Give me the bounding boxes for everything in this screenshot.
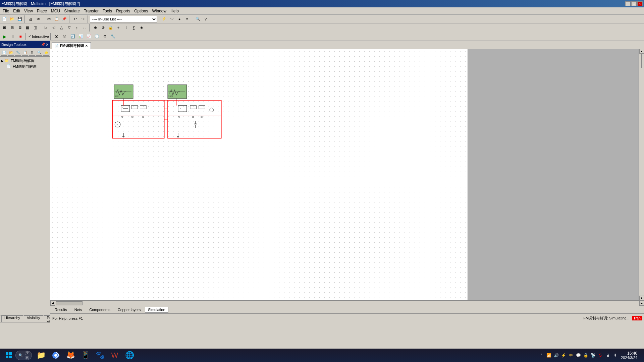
tray-antivirus[interactable]: S — [597, 352, 603, 358]
tb-icon7[interactable]: ⭐ — [43, 49, 49, 56]
sim8-btn[interactable]: 🔧 — [109, 33, 117, 40]
component-btn[interactable]: ⚡ — [160, 15, 168, 23]
stop-btn[interactable]: ■ — [17, 33, 24, 40]
menu-file[interactable]: File — [1, 8, 11, 14]
maximize-button[interactable]: □ — [631, 1, 637, 6]
scroll-hthumb[interactable] — [56, 301, 83, 305]
start-button[interactable] — [2, 350, 15, 361]
menu-place[interactable]: Place — [35, 8, 49, 14]
open-btn[interactable]: 📂 — [8, 15, 16, 23]
menu-reports[interactable]: Reports — [114, 8, 132, 14]
tray-network[interactable]: 📶 — [546, 352, 552, 358]
tab-close-btn[interactable]: ✕ — [85, 44, 88, 48]
scroll-left-btn[interactable]: ◀ — [50, 301, 55, 306]
taskbar-app1[interactable]: 🦊 — [64, 349, 77, 361]
tray-app5[interactable]: ⬇ — [612, 352, 618, 358]
schematic-canvas[interactable]: ~ XSC1 ~ XSC2 — [50, 49, 468, 300]
print-btn[interactable]: 🖨 — [27, 15, 34, 23]
copy-btn[interactable]: 📋 — [53, 15, 60, 23]
taskbar-chrome[interactable] — [49, 349, 62, 361]
t11-btn[interactable]: ⋮ — [122, 24, 130, 32]
taskbar-app5[interactable]: 🌐 — [123, 349, 136, 361]
grid3-btn[interactable]: ⊠ — [16, 24, 23, 32]
tb-icon1[interactable]: 📄 — [1, 49, 7, 56]
tray-chevron[interactable]: ^ — [538, 352, 544, 358]
t2-btn[interactable]: ◁ — [50, 24, 57, 32]
save-btn[interactable]: 💾 — [16, 15, 23, 23]
menu-view[interactable]: View — [22, 8, 35, 14]
menu-tools[interactable]: Tools — [101, 8, 114, 14]
t4-btn[interactable]: ▽ — [65, 24, 73, 32]
t10-btn[interactable]: ⌖ — [115, 24, 122, 32]
scroll-vthumb[interactable] — [641, 54, 642, 68]
hscrollbar[interactable]: ◀ ▶ — [50, 300, 644, 306]
taskbar-app3[interactable]: 🐾 — [93, 349, 107, 361]
results-tab-nets[interactable]: Nets — [71, 307, 85, 313]
tray-input-method[interactable]: 中 — [568, 352, 574, 358]
t6-btn[interactable]: ↔ — [81, 24, 88, 32]
tb-icon2[interactable]: 📂 — [8, 49, 14, 56]
menu-help[interactable]: Help — [168, 8, 181, 14]
results-tab-components[interactable]: Components — [86, 307, 113, 313]
sim5-btn[interactable]: 📈 — [85, 33, 93, 40]
t5-btn[interactable]: ↕ — [73, 24, 80, 32]
wire-btn[interactable]: 〰 — [168, 15, 175, 23]
tray-app3[interactable]: 📡 — [590, 352, 596, 358]
scroll-up-btn[interactable]: ▲ — [639, 49, 644, 54]
toolbox-close-btn[interactable]: ✕ — [46, 43, 49, 47]
grid5-btn[interactable]: ◫ — [32, 24, 39, 32]
bus-btn[interactable]: ≡ — [183, 15, 191, 23]
tree-child[interactable]: 📄 FM调制与解调 — [7, 64, 49, 69]
preview-btn[interactable]: 👁 — [35, 15, 42, 23]
menu-simulate[interactable]: Simulate — [62, 8, 82, 14]
tray-app4[interactable]: 🖥 — [605, 352, 611, 358]
sim7-btn[interactable]: ⚙ — [101, 33, 109, 40]
taskbar-search[interactable]: 🔍 搜索 — [17, 349, 30, 361]
t13-btn[interactable]: ◈ — [138, 24, 145, 32]
paste-btn[interactable]: 📌 — [61, 15, 68, 23]
taskbar-app4[interactable]: W — [108, 349, 121, 361]
results-tab-simulation[interactable]: Simulation — [145, 307, 168, 313]
pause-btn[interactable]: ⏸ — [9, 33, 16, 40]
menu-edit[interactable]: Edit — [11, 8, 22, 14]
new-btn[interactable]: 📄 — [1, 15, 8, 23]
search-btn[interactable]: 🔍 — [194, 15, 202, 23]
scroll-right-btn[interactable]: ▶ — [639, 301, 644, 306]
grid-btn[interactable]: ⊞ — [1, 24, 8, 32]
t12-btn[interactable]: ∑ — [130, 24, 138, 32]
toolbox-pin-btn[interactable]: 📌 — [41, 43, 45, 47]
clock[interactable]: 16:46 2024/3/24 — [621, 351, 637, 360]
in-use-list[interactable]: ---- In-Use List ---- — [90, 16, 157, 22]
tab-hierarchy[interactable]: Hierarchy — [1, 315, 23, 322]
tb-icon3[interactable]: 🔧 — [15, 49, 21, 56]
tb-icon4[interactable]: 📋 — [22, 49, 28, 56]
sim6-btn[interactable]: 🕐 — [93, 33, 101, 40]
tb-icon6[interactable]: 🔍 — [36, 49, 42, 56]
taskbar-app2[interactable]: 📱 — [78, 349, 92, 361]
help-btn[interactable]: ? — [202, 15, 209, 23]
vscrollbar[interactable]: ▲ ▼ — [639, 49, 644, 300]
redo-btn[interactable]: ↪ — [79, 15, 87, 23]
show-desktop-btn[interactable] — [640, 350, 642, 361]
t7-btn[interactable]: ⊕ — [92, 24, 99, 32]
grid2-btn[interactable]: ⊟ — [8, 24, 16, 32]
menu-transfer[interactable]: Transfer — [82, 8, 101, 14]
tray-battery[interactable]: ⚡ — [560, 352, 567, 358]
tray-app1[interactable]: 💬 — [575, 352, 581, 358]
tb-icon5[interactable]: ⚙ — [29, 49, 35, 56]
t8-btn[interactable]: ⊗ — [99, 24, 107, 32]
t1-btn[interactable]: ▷ — [42, 24, 50, 32]
menu-window[interactable]: Window — [150, 8, 169, 14]
menu-mcu[interactable]: MCU — [49, 8, 62, 14]
minimize-button[interactable]: ─ — [625, 1, 631, 6]
results-tab-results[interactable]: Results — [52, 307, 70, 313]
tray-volume[interactable]: 🔊 — [553, 352, 559, 358]
schematic-tab[interactable]: 📄 FM调制与解调 ✕ — [52, 42, 91, 49]
t9-btn[interactable]: 🔒 — [107, 24, 114, 32]
run-btn[interactable]: ▶ — [1, 33, 8, 40]
undo-btn[interactable]: ↩ — [71, 15, 79, 23]
sim4-btn[interactable]: 📊 — [77, 33, 85, 40]
tree-root[interactable]: ▶ 📁 FM调制与解调 — [1, 58, 49, 64]
cut-btn[interactable]: ✂ — [45, 15, 53, 23]
t3-btn[interactable]: △ — [58, 24, 65, 32]
